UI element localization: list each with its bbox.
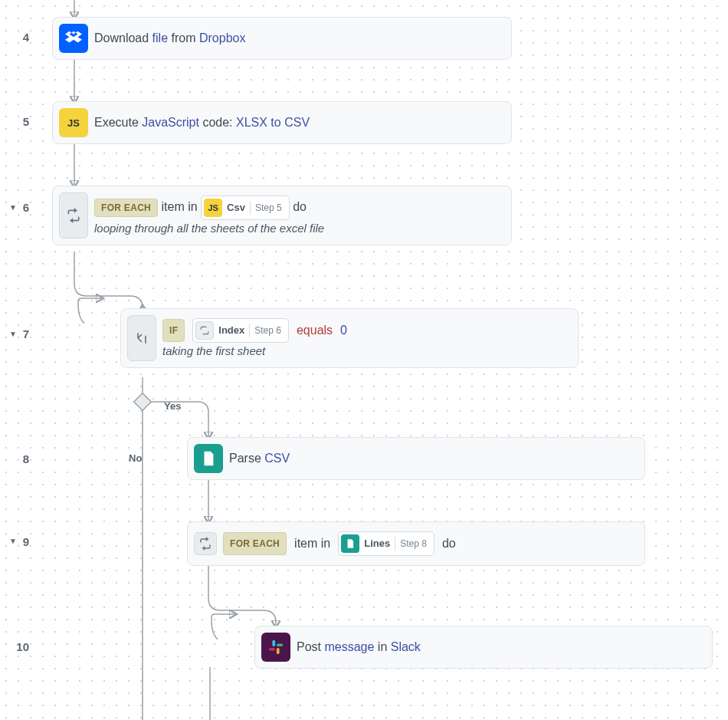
step-card-download-dropbox[interactable]: Download file from Dropbox [52,17,512,60]
branch-icon [127,315,156,361]
csv-icon [341,534,359,553]
step-text: IF Index Step 6 equals 0 [162,318,566,343]
step-card-foreach-sheets[interactable]: FOR EACH item in JS Csv Step 5 do loopin… [52,186,512,245]
loop-icon [194,532,217,555]
branch-label-no: No [129,452,142,464]
source-chip-index-step6[interactable]: Index Step 6 [192,318,289,343]
step-comment: taking the first sheet [162,344,566,357]
step-number-9: 9 [23,535,29,548]
step-card-execute-js[interactable]: JS Execute JavaScript code: XLSX to CSV [52,101,512,144]
step-card-if-first-sheet[interactable]: IF Index Step 6 equals 0 taking the firs… [120,308,579,368]
step-comment: looping through all the sheets of the ex… [94,222,499,235]
loop-icon [195,321,214,340]
step-text: FOR EACH item in Lines Step 8 do [223,531,632,556]
step-number-6: 6 [23,201,29,214]
foreach-badge: FOR EACH [223,532,287,555]
foreach-badge: FOR EACH [94,199,158,217]
step-text: Parse CSV [229,452,290,465]
collapse-caret-9[interactable]: ▼ [9,537,17,545]
source-chip-lines-step8[interactable]: Lines Step 8 [338,531,435,556]
slack-icon [261,633,290,662]
csv-icon [194,444,223,473]
source-chip-csv-step5[interactable]: JS Csv Step 5 [201,196,290,220]
collapse-caret-7[interactable]: ▼ [9,330,17,338]
javascript-icon: JS [59,108,88,137]
step-text: Execute JavaScript code: XLSX to CSV [94,116,310,129]
step-number-4: 4 [23,31,29,44]
javascript-icon: JS [204,199,222,217]
step-text: Download file from Dropbox [94,31,245,44]
step-text: FOR EACH item in JS Csv Step 5 do [94,196,499,220]
step-card-foreach-lines[interactable]: FOR EACH item in Lines Step 8 do [187,521,645,566]
step-card-post-slack[interactable]: Post message in Slack [254,626,713,669]
loop-icon [59,192,88,238]
step-number-5: 5 [23,115,29,128]
step-text: Post message in Slack [297,640,421,653]
dropbox-icon [59,24,88,53]
step-number-7: 7 [23,327,29,340]
if-badge: IF [162,319,185,342]
step-number-10: 10 [16,640,29,653]
collapse-caret-6[interactable]: ▼ [9,203,17,212]
step-card-parse-csv[interactable]: Parse CSV [187,437,645,480]
branch-label-yes: Yes [164,400,181,412]
step-number-8: 8 [23,452,29,465]
svg-rect-4 [134,393,152,411]
